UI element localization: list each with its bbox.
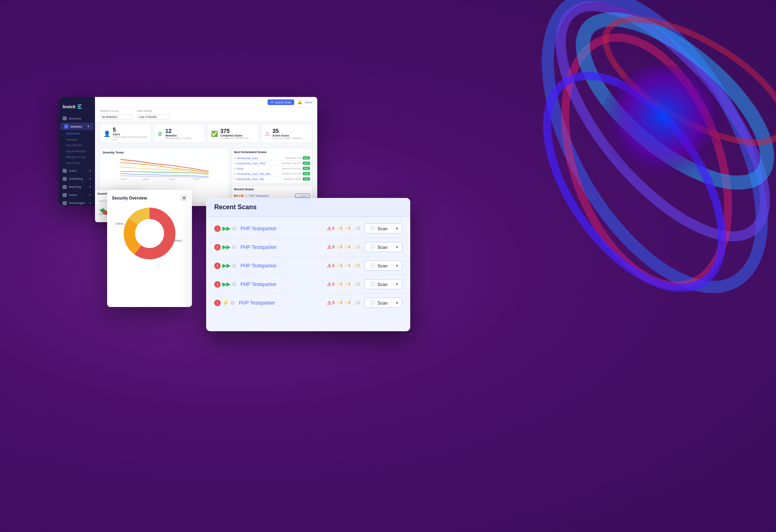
rs-badges-3: ⚠ 6 ↑ 6 ↑ 4 ↓ 11	[327, 282, 361, 287]
sched-name-0: Incremental_Scan	[237, 157, 285, 160]
scan-btn-icon-2: 📄	[370, 263, 375, 268]
sched-name-3: Incremental_Scan_Test_Max	[237, 172, 283, 175]
status-critical-icon-1: !	[214, 244, 221, 250]
stat-websites: 🖥 12 Websites 18 Vulnerable, 4 Critical	[154, 124, 205, 143]
discovery-icon	[63, 116, 67, 120]
sidebar-label-issues: Issues	[69, 193, 77, 196]
reporting-icon	[63, 185, 67, 189]
rs-name-3: PHP Testsparker	[240, 282, 323, 287]
critical-count-1: 6	[332, 245, 335, 249]
rs-row-0: ! ▶▶ ⊙ PHP Testsparker ⚠ 6 ↑ 6 ↑ 4	[206, 219, 410, 238]
sidebar-item-scans[interactable]: Scans ▾	[59, 167, 95, 175]
scheduled-item-2: ● Invicti Starting In 4h 50m Edit	[234, 166, 310, 171]
stats-row: 👤 5 Users 3 Users More Active During The…	[95, 122, 317, 145]
sub-websites[interactable]: Websites	[66, 137, 95, 143]
edit-btn-1[interactable]: Edit	[303, 162, 310, 165]
sub-new-group[interactable]: New Group	[66, 160, 95, 166]
edit-btn-4[interactable]: Edit	[303, 177, 310, 181]
date-range-select[interactable]: Last 3 Months	[137, 114, 169, 120]
sched-bullet-4: ●	[234, 178, 236, 180]
scan-button-2[interactable]: 📄 Scan	[365, 261, 392, 271]
rs-name-2: PHP Testsparker	[240, 263, 323, 269]
medium-count-4: 4	[348, 301, 350, 305]
scan-dropdown-3[interactable]: ▼	[392, 279, 402, 289]
rs-icons-1: ! ▶▶ ⊙	[214, 244, 236, 250]
sched-time-0: Starting In 27m	[285, 157, 302, 159]
badge-low-2: ↓ 11	[353, 263, 361, 269]
low-badge-icon-4: ↓	[353, 300, 355, 306]
scan-button-0[interactable]: 📄 Scan	[365, 223, 392, 233]
scan-btn-icon-3: 📄	[370, 282, 375, 287]
grid-icon[interactable]: ⊞	[181, 195, 187, 201]
active-issues-icon: ⚠	[265, 130, 270, 137]
sub-dashboard[interactable]: Dashboard	[66, 131, 95, 137]
users-icon: 👤	[103, 130, 110, 137]
scan-dropdown-2[interactable]: ▼	[392, 261, 402, 271]
edit-btn-0[interactable]: Edit	[303, 156, 310, 160]
sidebar-label-discovery: Discovery	[69, 117, 81, 120]
sidebar-item-websites[interactable]: Websites ▾	[60, 123, 93, 130]
scan-btn-label-3: Scan	[377, 282, 388, 287]
recent-scans-body: ! ▶▶ ⊙ PHP Testsparker ⚠ 6 ↑ 6 ↑ 4	[206, 217, 410, 314]
critical-count-2: 6	[332, 263, 335, 268]
rs-row-2: ! ▶▶ ⊙ PHP Testsparker ⚠ 6 ↑ 6 ↑ 4	[206, 257, 410, 275]
sidebar-item-technologies[interactable]: Technologies ▾	[59, 200, 95, 206]
badge-high-0: ↑ 6	[337, 226, 343, 231]
security-overview-header: Security Overview ⊞	[112, 195, 187, 201]
sub-manage-groups[interactable]: Manage Groups	[66, 154, 95, 160]
rs-badges-1: ⚠ 6 ↑ 6 ↑ 4 ↓ 11	[327, 244, 361, 250]
high-count-1: 6	[340, 245, 343, 249]
mini-scan-button[interactable]: ▷ Scan ▾	[295, 193, 310, 198]
stat-users: 👤 5 Users 3 Users More Active During The…	[100, 124, 151, 143]
sidebar-item-issues[interactable]: Issues ▾	[59, 191, 95, 199]
scan-dropdown-0[interactable]: ▼	[392, 223, 402, 233]
medium-count-2: 4	[348, 263, 350, 268]
security-donut-svg	[121, 205, 178, 262]
badge-medium-1: ↑ 4	[345, 244, 350, 250]
scan-dropdown-1[interactable]: ▼	[392, 242, 402, 252]
svg-text:Low 11: Low 11	[99, 209, 105, 211]
security-overview-panel: Security Overview ⊞ Critica... Needs...	[107, 190, 192, 307]
date-range-filter: Date Range Last 3 Months	[137, 109, 169, 120]
rs-btn-group-0: 📄 Scan ▼	[365, 223, 402, 233]
sidebar-item-scheduling[interactable]: Scheduling ▾	[59, 175, 95, 183]
medium-badge-icon-2: ↑	[345, 263, 347, 269]
website-group-select[interactable]: All Websites	[100, 114, 132, 120]
launch-scan-button[interactable]: ⊕ Launch Scan	[268, 99, 294, 105]
recent-scans-mini-title: Recent Scans	[234, 187, 310, 191]
bell-icon[interactable]: 🔔	[297, 99, 302, 105]
demo-link[interactable]: Demo	[305, 101, 312, 104]
scan-button-4[interactable]: 📄 Scan	[365, 298, 392, 308]
sidebar-item-reporting[interactable]: Reporting ▾	[59, 183, 95, 191]
edit-btn-2[interactable]: Edit	[303, 167, 310, 170]
status-critical-icon-3: !	[214, 281, 221, 288]
scheduled-item-3: ● Incremental_Scan_Test_Max Starting In …	[234, 171, 310, 177]
scan-btn-icon-1: 📄	[370, 244, 375, 250]
edit-btn-3[interactable]: Edit	[303, 172, 310, 175]
rs-row-4: ! ⚡ ⊙ PHP Testsparker ⚠ 5 ↑ 6 ↑ 4	[206, 294, 410, 312]
badge-critical-2: ⚠ 6	[327, 263, 335, 269]
sidebar-label-scans: Scans	[69, 169, 76, 172]
website-group-label: Website Group	[100, 109, 132, 112]
badge-high-1: ↑ 6	[337, 244, 343, 250]
svg-text:04/2020: 04/2020	[193, 178, 200, 180]
stat-active-issues: ⚠ 35 Active Issues 9 Critical, 9 High, 4…	[261, 124, 312, 143]
scan-dropdown-4[interactable]: ▼	[392, 298, 402, 308]
sidebar-item-discovery[interactable]: Discovery	[59, 115, 95, 122]
rs-icons-0: ! ▶▶ ⊙	[214, 225, 236, 232]
dot-orange	[236, 195, 238, 197]
scan-button-3[interactable]: 📄 Scan	[365, 279, 392, 289]
dot-red-2	[241, 195, 243, 197]
active-issues-count: 35	[272, 128, 302, 134]
low-badge-icon-0: ↓	[353, 226, 355, 231]
scan-dots: 11	[234, 195, 248, 197]
badge-low-1: ↓ 11	[353, 244, 361, 250]
svg-text:02/2020: 02/2020	[142, 178, 149, 180]
sub-new-website[interactable]: New Website	[66, 143, 95, 149]
scan-button-1[interactable]: 📄 Scan	[365, 242, 392, 252]
sub-import-websites[interactable]: Import Websites	[66, 149, 95, 155]
security-donut-container: Critica... Needs...	[121, 205, 178, 262]
dot-yellow	[239, 195, 241, 197]
clock-icon-0: ⊙	[232, 225, 236, 231]
badge-low-3: ↓ 11	[353, 282, 361, 287]
